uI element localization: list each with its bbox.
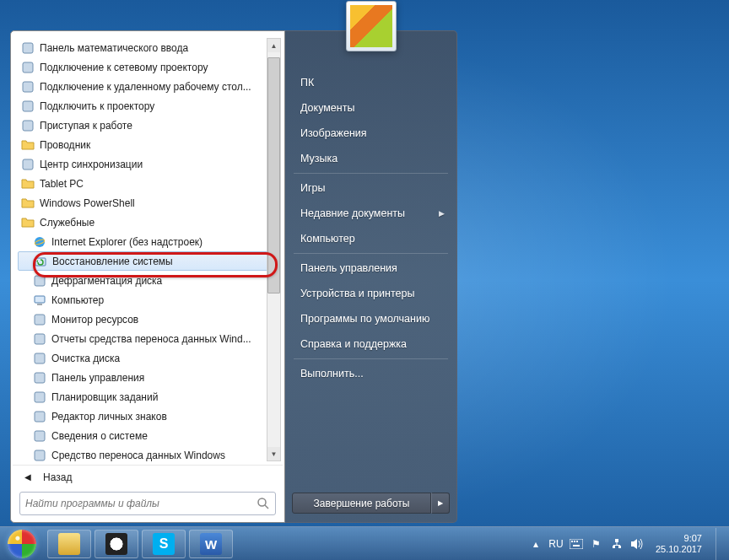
program-item-system-info[interactable]: Сведения о системе — [18, 426, 281, 445]
program-item-task-scheduler[interactable]: Планировщик заданий — [18, 387, 281, 407]
back-button[interactable]: ◀ Назад — [13, 465, 283, 488]
explorer-icon — [21, 138, 35, 152]
program-item-system-restore[interactable]: Восстановление системы — [18, 251, 281, 271]
right-item[interactable]: Компьютер — [289, 226, 453, 251]
taskbar-button-explorer[interactable] — [47, 530, 91, 558]
disk-cleanup-icon — [33, 352, 46, 365]
right-separator — [294, 253, 448, 254]
defrag-icon — [33, 274, 46, 288]
volume-icon[interactable] — [630, 537, 644, 551]
program-item-remote-desktop[interactable]: Подключение к удаленному рабочему стол..… — [18, 77, 281, 96]
shutdown-options-arrow[interactable]: ▶ — [431, 493, 450, 514]
program-item-resource-monitor[interactable]: Монитор ресурсов — [18, 310, 281, 329]
svg-rect-18 — [35, 412, 45, 422]
network-icon[interactable] — [610, 537, 624, 551]
right-item[interactable]: Документы — [289, 95, 453, 121]
program-item-explorer[interactable]: Проводник — [18, 135, 281, 154]
system-restore-icon — [34, 255, 47, 268]
program-item-network-projector[interactable]: Подключение к сетевому проектору — [18, 57, 281, 77]
program-item-computer[interactable]: Компьютер — [18, 290, 281, 310]
right-item[interactable]: Программы по умолчанию — [289, 306, 453, 331]
program-item-getting-started[interactable]: Приступая к работе — [18, 116, 281, 135]
tray-expand-icon[interactable]: ▴ — [529, 537, 543, 551]
program-item-disk-cleanup[interactable]: Очистка диска — [18, 348, 281, 368]
system-tray: ▴ RU ⚑ 9:07 25.10.2017 — [529, 528, 724, 560]
svg-rect-12 — [37, 304, 42, 305]
language-indicator[interactable]: RU — [549, 537, 563, 551]
right-item-label: Игры — [300, 182, 325, 194]
right-item[interactable]: Недавние документы▶ — [289, 201, 453, 226]
right-item[interactable]: Справка и поддержка — [289, 331, 453, 357]
shutdown-button[interactable]: Завершение работы — [292, 493, 431, 514]
sync-center-icon — [21, 158, 35, 171]
svg-rect-11 — [35, 296, 45, 303]
program-item-label: Служебные — [40, 217, 278, 229]
easy-transfer-reports-icon — [33, 332, 46, 346]
program-item-folder[interactable]: Служебные — [18, 213, 281, 232]
back-label: Назад — [43, 471, 72, 483]
programs-scrollbar[interactable]: ▲ ▼ — [267, 38, 281, 461]
all-programs-list: Панель математического вводаПодключение … — [13, 35, 283, 465]
right-item[interactable]: Выполнить... — [289, 361, 453, 386]
program-item-label: Дефрагментация диска — [51, 275, 278, 287]
svg-rect-4 — [23, 121, 33, 131]
right-item-label: Панель управления — [300, 262, 397, 274]
svg-rect-14 — [35, 334, 45, 344]
program-item-label: Центр синхронизации — [40, 159, 278, 170]
taskbar-button-panda[interactable] — [94, 530, 138, 558]
scroll-down-arrow[interactable]: ▼ — [267, 447, 280, 460]
search-input[interactable] — [25, 498, 256, 509]
right-item[interactable]: Устройства и принтеры — [289, 281, 453, 306]
program-item-projector[interactable]: Подключить к проектору — [18, 96, 281, 116]
svg-line-23 — [265, 505, 268, 509]
svg-rect-13 — [35, 315, 45, 325]
program-item-easy-transfer[interactable]: Средство переноса данных Windows — [18, 445, 281, 465]
program-item-ie[interactable]: Internet Explorer (без надстроек) — [18, 232, 281, 251]
windows-orb-icon — [8, 530, 36, 558]
network-projector-icon — [21, 61, 35, 74]
action-center-icon[interactable]: ⚑ — [590, 537, 603, 551]
svg-rect-5 — [23, 159, 33, 170]
taskbar-button-word[interactable] — [189, 530, 233, 558]
right-item[interactable]: Панель управления — [289, 256, 453, 281]
show-desktop-button[interactable] — [716, 528, 724, 560]
program-item-defrag[interactable]: Дефрагментация диска — [18, 271, 281, 290]
program-item-char-editor[interactable]: Редактор личных знаков — [18, 407, 281, 426]
right-separator — [294, 358, 448, 359]
right-item[interactable]: Изображения — [289, 121, 453, 146]
user-picture-frame[interactable] — [346, 1, 397, 51]
program-item-label: Приступая к работе — [40, 120, 278, 132]
program-item-label: Восстановление системы — [52, 256, 277, 267]
scroll-thumb[interactable] — [267, 57, 280, 293]
program-item-control-panel[interactable]: Панель управления — [18, 368, 281, 387]
clock[interactable]: 9:07 25.10.2017 — [656, 533, 702, 555]
keyboard-icon[interactable] — [570, 537, 583, 551]
svg-rect-26 — [574, 541, 575, 542]
program-item-folder[interactable]: Tablet PC — [18, 174, 281, 193]
start-button[interactable] — [5, 527, 39, 561]
svg-rect-17 — [35, 392, 45, 402]
search-box[interactable] — [19, 492, 276, 515]
clock-date: 25.10.2017 — [656, 544, 702, 555]
program-item-sync-center[interactable]: Центр синхронизации — [18, 154, 281, 174]
submenu-arrow-icon: ▶ — [439, 209, 445, 218]
scroll-up-arrow[interactable]: ▲ — [267, 39, 280, 52]
user-picture — [350, 5, 392, 47]
program-item-label: Планировщик заданий — [51, 391, 278, 403]
taskbar-button-skype[interactable] — [142, 530, 186, 558]
folder-icon — [21, 197, 35, 210]
right-item[interactable]: ПК — [289, 70, 453, 95]
search-icon — [256, 497, 270, 510]
program-item-label: Панель математического ввода — [40, 42, 278, 54]
program-item-folder[interactable]: Windows PowerShell — [18, 193, 281, 213]
right-item[interactable]: Игры — [289, 175, 453, 201]
svg-rect-28 — [573, 545, 580, 547]
svg-rect-33 — [613, 545, 620, 546]
svg-rect-1 — [23, 62, 33, 73]
right-item[interactable]: Музыка — [289, 146, 453, 171]
char-editor-icon — [33, 410, 46, 423]
svg-rect-24 — [570, 539, 583, 549]
svg-rect-29 — [615, 539, 618, 542]
program-item-math-panel[interactable]: Панель математического ввода — [18, 38, 281, 57]
program-item-easy-transfer-reports[interactable]: Отчеты средства переноса данных Wind... — [18, 329, 281, 348]
